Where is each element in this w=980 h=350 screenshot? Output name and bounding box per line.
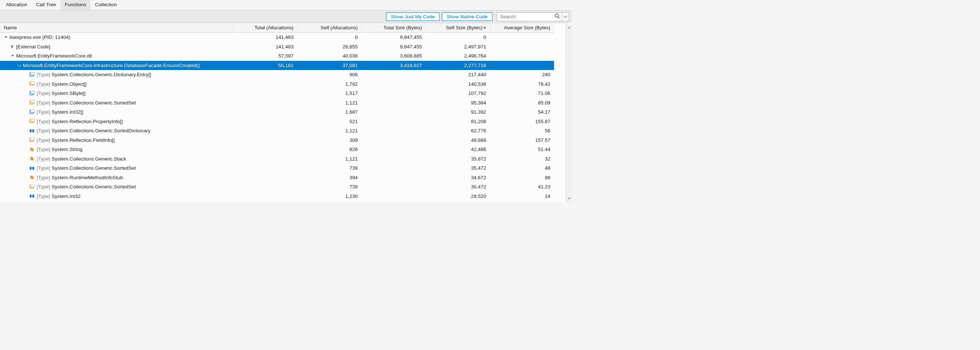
cell-value: 91,392 xyxy=(426,108,490,117)
cell-value: 739 xyxy=(297,163,361,173)
vertical-scrollbar[interactable] xyxy=(565,23,572,202)
tree-row[interactable]: [Type]System.Reflection.FieldInfo[] xyxy=(0,136,233,145)
functions-grid: Name Total (Allocations) Self (Allocatio… xyxy=(0,23,572,201)
tab-functions[interactable]: Functions xyxy=(60,0,91,10)
col-total-size[interactable]: Total Size (Bytes) xyxy=(361,23,426,33)
search-box[interactable] xyxy=(497,13,569,21)
tree-row[interactable]: [Type]System.Collections.Generic.SortedS… xyxy=(0,163,233,173)
tree-row[interactable]: [Type]System.Collections.Generic.SortedD… xyxy=(0,126,233,136)
type-icon xyxy=(29,119,35,124)
cell-value: 1,121 xyxy=(297,154,361,164)
svg-rect-21 xyxy=(30,184,35,187)
type-icon xyxy=(29,147,35,152)
row-name: System.Int32 xyxy=(52,193,81,200)
row-name: System.Collections.Generic.SortedSet xyxy=(52,100,136,106)
cell-value: 1,792 xyxy=(297,79,361,89)
tree-row[interactable]: iisexpress.exe (PID: 11404) xyxy=(0,33,233,42)
expander-icon[interactable] xyxy=(10,54,15,58)
show-native-code-button[interactable]: Show Native Code xyxy=(442,13,492,21)
tree-row[interactable]: [Type]System.Object[] xyxy=(0,79,233,89)
type-prefix: [Type] xyxy=(37,109,50,115)
type-prefix: [Type] xyxy=(37,146,50,152)
row-name: iisexpress.exe (PID: 11404) xyxy=(10,34,70,40)
tab-collection[interactable]: Collection xyxy=(91,0,121,10)
cell-value: 30,472 xyxy=(426,182,490,192)
tab-bar: AllocationCall TreeFunctionsCollection xyxy=(0,0,572,11)
cell-value: 35,872 xyxy=(426,154,490,164)
tree-row[interactable]: [Type]System.Reflection.PropertyInfo[] xyxy=(0,117,233,127)
col-name[interactable]: Name xyxy=(0,23,233,33)
col-avg-size[interactable]: Average Size (Bytes) xyxy=(490,23,554,33)
type-icon xyxy=(29,193,35,199)
svg-rect-7 xyxy=(30,91,35,94)
type-icon xyxy=(29,138,35,143)
cell-value: 2,496,764 xyxy=(426,51,490,61)
scroll-down-icon[interactable] xyxy=(567,195,571,201)
tree-row[interactable]: [Type]System.RuntimeMethodInfoStub xyxy=(0,173,233,182)
row-name: System.Object[] xyxy=(52,81,87,87)
tree-row[interactable]: [External Code] xyxy=(0,42,233,52)
tree-row[interactable]: [Type]System.Collections.Generic.Diction… xyxy=(0,70,233,79)
cell-value: 217,440 xyxy=(426,70,490,79)
cell-value xyxy=(233,108,297,117)
show-just-my-code-button[interactable]: Show Just My Code xyxy=(386,13,439,21)
search-dropdown[interactable] xyxy=(562,13,567,21)
cell-value xyxy=(361,126,426,136)
cell-value xyxy=(361,192,426,201)
cell-value: 0 xyxy=(297,33,361,42)
row-name: Microsoft.EntityFrameworkCore.dll xyxy=(16,53,92,59)
cell-value: 826 xyxy=(297,145,361,154)
cell-value xyxy=(233,182,297,192)
cell-value xyxy=(233,192,297,201)
cell-value xyxy=(490,33,554,42)
expander-icon[interactable] xyxy=(17,63,21,67)
row-name: System.Collections.Generic.SortedSet xyxy=(52,184,136,190)
type-icon xyxy=(29,166,35,171)
tree-row[interactable]: [Type]System.Collections.Generic.SortedS… xyxy=(0,182,233,192)
type-icon xyxy=(29,109,35,115)
expander-icon[interactable] xyxy=(4,35,8,40)
type-prefix: [Type] xyxy=(37,193,50,200)
tree-row[interactable]: [Type]System.SByte[] xyxy=(0,89,233,98)
cell-value xyxy=(361,98,426,108)
col-self-alloc[interactable]: Self (Allocations) xyxy=(297,23,361,33)
row-name: Microsoft.EntityFrameworkCore.Infrastruc… xyxy=(23,62,200,68)
svg-rect-22 xyxy=(30,195,32,198)
col-self-size[interactable]: Self Size (Bytes) xyxy=(426,23,490,33)
cell-value xyxy=(361,136,426,145)
type-icon xyxy=(29,72,35,77)
tree-row[interactable]: [Type]System.Int32 xyxy=(0,192,233,201)
type-prefix: [Type] xyxy=(37,156,50,162)
tree-row[interactable]: [Type]System.Collections.Generic.Stack xyxy=(0,154,233,164)
tree-row[interactable]: Microsoft.EntityFrameworkCore.dll xyxy=(0,51,233,61)
scroll-up-icon[interactable] xyxy=(567,24,571,30)
cell-value: 29,520 xyxy=(426,192,490,201)
row-name: System.String xyxy=(52,146,83,152)
tree-row[interactable]: [Type]System.String xyxy=(0,145,233,154)
cell-value: 42,486 xyxy=(426,145,490,154)
row-name: System.Int32[] xyxy=(52,109,83,115)
cell-value: 240 xyxy=(490,70,554,79)
tab-call-tree[interactable]: Call Tree xyxy=(32,0,60,10)
cell-value xyxy=(233,126,297,136)
cell-value: 85.09 xyxy=(490,98,554,108)
cell-value: 1,687 xyxy=(297,108,361,117)
tab-allocation[interactable]: Allocation xyxy=(2,0,32,10)
tree-row[interactable]: [Type]System.Int32[] xyxy=(0,108,233,117)
col-total-alloc[interactable]: Total (Allocations) xyxy=(233,23,297,33)
cell-value: 2,277,716 xyxy=(426,61,490,70)
row-name: System.Collections.Generic.Stack xyxy=(52,156,126,162)
cell-value: 155.87 xyxy=(490,117,554,127)
tree-row[interactable]: Microsoft.EntityFrameworkCore.Infrastruc… xyxy=(0,61,233,70)
search-icon[interactable] xyxy=(554,13,560,20)
expander-icon[interactable] xyxy=(10,44,15,49)
tree-row[interactable]: [Type]System.Collections.Generic.SortedS… xyxy=(0,98,233,108)
cell-value: 157.57 xyxy=(490,136,554,145)
svg-rect-11 xyxy=(30,109,35,112)
cell-value xyxy=(361,89,426,98)
cell-value: 57,597 xyxy=(233,51,297,61)
svg-rect-19 xyxy=(32,167,34,170)
search-input[interactable] xyxy=(500,14,554,20)
cell-value: 78.42 xyxy=(490,79,554,89)
cell-value: 55,161 xyxy=(233,61,297,70)
